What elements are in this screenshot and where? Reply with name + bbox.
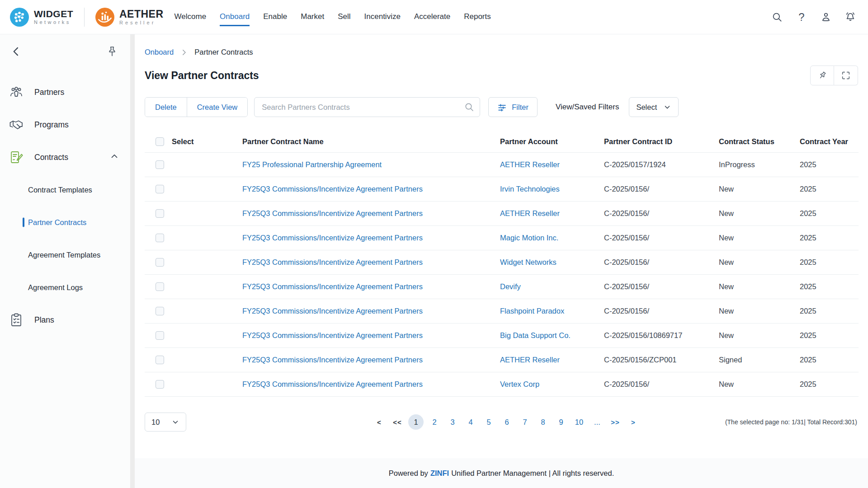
contract-name-link[interactable]: FY25Q3 Commissions/Incentivize Agreement… <box>242 356 500 364</box>
sidebar-item-contracts[interactable]: Contracts <box>0 141 130 174</box>
sidebar-item-programs[interactable]: Programs <box>0 108 130 141</box>
nav-reports[interactable]: Reports <box>464 8 491 26</box>
chevron-up-icon[interactable] <box>109 151 119 164</box>
breadcrumb-onboard-link[interactable]: Onboard <box>145 48 174 56</box>
page-size-select[interactable]: 10 <box>145 413 186 432</box>
column-contract-status: Contract Status <box>719 137 800 146</box>
contract-name-link[interactable]: FY25Q3 Commissions/Incentivize Agreement… <box>242 282 500 291</box>
nav-market[interactable]: Market <box>301 8 324 26</box>
sidebar-subitem-partner-contracts[interactable]: Partner Contracts <box>0 206 130 239</box>
nav-accelerate[interactable]: Accelerate <box>414 8 450 26</box>
page-9-button[interactable]: 9 <box>554 414 568 430</box>
row-checkbox[interactable] <box>156 258 164 267</box>
partner-account-link[interactable]: AETHER Reseller <box>500 209 604 218</box>
contract-status: Signed <box>719 356 800 364</box>
sidebar-collapse-button[interactable] <box>10 45 23 60</box>
prev-page-button[interactable]: < <box>372 414 387 430</box>
user-icon[interactable] <box>820 11 832 23</box>
partner-account-link[interactable]: Magic Motion Inc. <box>500 234 604 242</box>
column-partner-contract-id: Partner Contract ID <box>604 137 719 146</box>
contract-status: New <box>719 185 800 193</box>
partner-account-link[interactable]: Devify <box>500 282 604 291</box>
sidebar-subitem-agreement-logs[interactable]: Agreement Logs <box>0 271 130 304</box>
last-page-button[interactable]: >> <box>608 414 623 430</box>
contract-name-link[interactable]: FY25 Professional Partnership Agreement <box>242 160 500 169</box>
search-submit-icon[interactable] <box>464 102 475 113</box>
partner-account-link[interactable]: Vertex Corp <box>500 380 604 389</box>
sidebar-item-label: Programs <box>34 120 69 130</box>
sidebar-item-partners[interactable]: Partners <box>0 76 130 108</box>
nav-enable[interactable]: Enable <box>263 8 287 26</box>
contract-year: 2025 <box>800 258 859 267</box>
contract-year: 2025 <box>800 282 859 291</box>
row-checkbox[interactable] <box>156 307 164 315</box>
pagination-info: (The selected page no: 1/31| Total Recor… <box>725 418 857 426</box>
page-8-button[interactable]: 8 <box>536 414 550 430</box>
contract-name-link[interactable]: FY25Q3 Commissions/Incentivize Agreement… <box>242 258 500 267</box>
contract-name-link[interactable]: FY25Q3 Commissions/Incentivize Agreement… <box>242 234 500 242</box>
contract-name-link[interactable]: FY25Q3 Commissions/Incentivize Agreement… <box>242 209 500 218</box>
partner-account-link[interactable]: Flashpoint Paradox <box>500 307 604 315</box>
chevron-down-icon <box>171 418 179 426</box>
partner-account-link[interactable]: Big Data Support Co. <box>500 331 604 340</box>
next-page-button[interactable]: > <box>626 414 641 430</box>
row-checkbox[interactable] <box>156 209 164 218</box>
main-content: Onboard Partner Contracts View Partner C… <box>135 34 868 458</box>
help-icon[interactable]: ? <box>796 11 807 23</box>
pages-ellipsis[interactable]: ... <box>590 414 604 430</box>
contract-name-link[interactable]: FY25Q3 Commissions/Incentivize Agreement… <box>242 185 500 193</box>
footer-suffix: Unified Partner Management | All rights … <box>451 469 614 478</box>
nav-welcome[interactable]: Welcome <box>175 8 207 26</box>
notifications-icon[interactable] <box>844 11 856 23</box>
pin-page-button[interactable] <box>810 66 834 85</box>
sidebar-item-plans[interactable]: Plans <box>0 304 130 336</box>
page-7-button[interactable]: 7 <box>518 414 532 430</box>
nav-sell[interactable]: Sell <box>338 8 350 26</box>
contract-status: New <box>719 234 800 242</box>
create-view-button[interactable]: Create View <box>187 98 248 117</box>
contract-year: 2025 <box>800 356 859 364</box>
contract-name-link[interactable]: FY25Q3 Commissions/Incentivize Agreement… <box>242 307 500 315</box>
row-checkbox[interactable] <box>156 160 164 169</box>
sidebar-subitem-contract-templates[interactable]: Contract Templates <box>0 174 130 206</box>
fullscreen-button[interactable] <box>834 66 858 85</box>
row-checkbox[interactable] <box>156 380 164 389</box>
page-4-button[interactable]: 4 <box>463 414 478 430</box>
page-6-button[interactable]: 6 <box>500 414 514 430</box>
partner-account-link[interactable]: Widget Networks <box>500 258 604 267</box>
page-3-button[interactable]: 3 <box>445 414 460 430</box>
page-5-button[interactable]: 5 <box>481 414 496 430</box>
zinfi-link[interactable]: ZINFI <box>430 469 449 478</box>
nav-incentivize[interactable]: Incentivize <box>364 8 401 26</box>
search-icon[interactable] <box>771 11 783 23</box>
delete-button[interactable]: Delete <box>145 98 187 117</box>
nav-onboard[interactable]: Onboard <box>220 8 250 26</box>
first-page-button[interactable]: << <box>390 414 405 430</box>
row-checkbox[interactable] <box>156 282 164 291</box>
select-all-checkbox[interactable] <box>156 137 164 146</box>
widget-brand-title: WIDGET <box>34 9 73 19</box>
contract-id: C-2025/0156/ <box>604 282 719 291</box>
sidebar-pin-icon[interactable] <box>106 45 118 60</box>
contract-status: New <box>719 380 800 389</box>
saved-filters-select[interactable]: Select <box>629 97 679 117</box>
row-checkbox[interactable] <box>156 356 164 364</box>
contract-year: 2025 <box>800 185 859 193</box>
row-checkbox[interactable] <box>156 331 164 340</box>
sidebar-subitem-agreement-templates[interactable]: Agreement Templates <box>0 239 130 271</box>
contract-name-link[interactable]: FY25Q3 Commissions/Incentivize Agreement… <box>242 380 500 389</box>
partner-account-link[interactable]: Irvin Technologies <box>500 185 604 193</box>
contract-id: C-2025/0156/ <box>604 380 719 389</box>
contract-name-link[interactable]: FY25Q3 Commissions/Incentivize Agreement… <box>242 331 500 340</box>
footer-prefix: Powered by <box>389 469 428 478</box>
page-10-button[interactable]: 10 <box>572 414 586 430</box>
row-checkbox[interactable] <box>156 185 164 193</box>
filter-button[interactable]: Filter <box>488 97 538 117</box>
page-1-button[interactable]: 1 <box>408 414 424 430</box>
row-checkbox[interactable] <box>156 234 164 242</box>
search-input[interactable] <box>254 97 480 117</box>
partner-account-link[interactable]: AETHER Reseller <box>500 356 604 364</box>
fullscreen-icon <box>841 70 851 80</box>
page-2-button[interactable]: 2 <box>427 414 442 430</box>
partner-account-link[interactable]: AETHER Reseller <box>500 160 604 169</box>
